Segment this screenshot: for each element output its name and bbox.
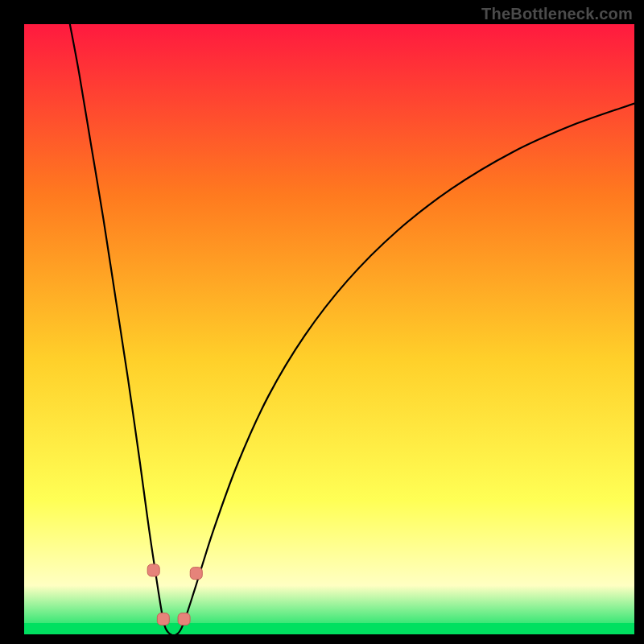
curve-marker: [147, 564, 159, 576]
plot-area: [24, 24, 634, 634]
watermark-source: TheBottleneck.com: [481, 5, 633, 23]
curve-marker: [190, 568, 202, 580]
optimal-band: [24, 623, 634, 634]
curve-marker: [157, 613, 169, 625]
curve-marker: [178, 613, 190, 625]
gradient-background: [24, 24, 634, 634]
chart-frame: TheBottleneck.com: [0, 0, 644, 644]
bottleneck-curve-chart: [24, 24, 634, 634]
